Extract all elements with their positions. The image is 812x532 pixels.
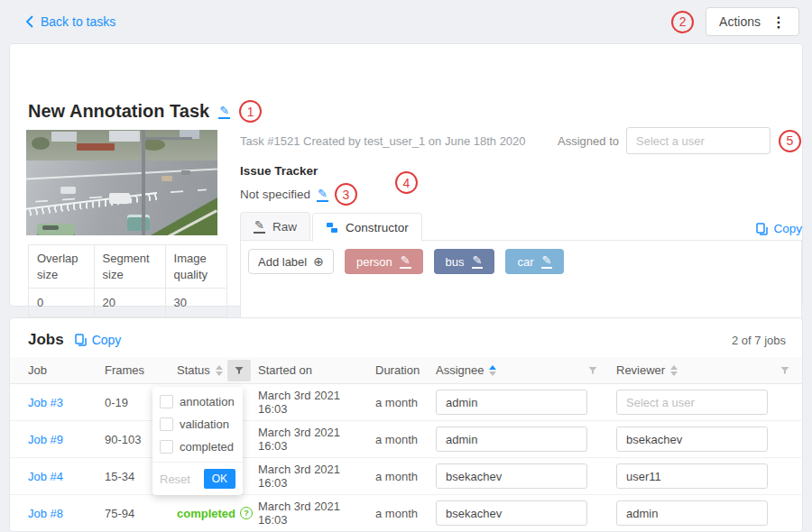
back-to-tasks-label: Back to tasks: [41, 14, 115, 29]
edit-label-icon[interactable]: ✎: [400, 254, 411, 269]
labels-copy-label: Copy: [773, 222, 802, 235]
edit-issue-tracker-icon[interactable]: ✎: [317, 188, 328, 202]
task-preview-image: [26, 130, 217, 235]
tab-constructor-label: Constructor: [346, 221, 409, 234]
col-duration: Duration: [371, 363, 431, 377]
duration-value: a month: [371, 507, 431, 520]
question-circle-icon[interactable]: ?: [240, 507, 253, 519]
job-row-9: Job #9 90-103 March 3rd 2021 16:03 a mon…: [10, 421, 803, 458]
preview-road: [26, 161, 217, 235]
job-link[interactable]: Job #3: [28, 396, 63, 409]
jobs-card: Jobs Copy 2 of 7 jobs Job Frames Status: [9, 317, 803, 532]
col-status-sort[interactable]: Status: [177, 363, 223, 377]
jobs-copy-label: Copy: [92, 333, 122, 347]
reviewer-select[interactable]: [616, 427, 768, 452]
callout-2: 2: [671, 11, 694, 33]
task-card: New Annotation Task ✎ 1 Overlap size: [9, 43, 803, 307]
plus-circle-icon: ⊕: [313, 255, 324, 268]
col-job: Job: [10, 363, 105, 377]
status-filter-icon[interactable]: [227, 360, 251, 381]
started-value: March 3rd 2021 16:03: [254, 426, 371, 453]
jobs-table: Job Frames Status Started on Duration As…: [10, 357, 803, 532]
col-assignee-sort[interactable]: Assignee: [436, 363, 496, 377]
label-chip-car[interactable]: car ✎: [505, 249, 564, 274]
label-chip-person[interactable]: person ✎: [345, 249, 423, 274]
started-value: March 3rd 2021 16:03: [254, 500, 371, 527]
pencil-icon: ✎: [254, 219, 265, 234]
assignee-filter-icon[interactable]: [581, 360, 604, 381]
filter-option-validation[interactable]: validation: [152, 413, 243, 436]
tab-constructor[interactable]: Constructor: [312, 213, 422, 242]
filter-reset-button[interactable]: Reset: [160, 472, 190, 486]
col-assignee-label: Assignee: [436, 363, 484, 377]
param-value-segment: 20: [94, 289, 165, 317]
callout-3: 3: [335, 183, 357, 206]
sort-carets-icon: [489, 365, 496, 376]
assigned-to-select[interactable]: [626, 127, 770, 154]
preview-background: [26, 130, 217, 161]
job-row-4: Job #4 15-34 March 3rd 2021 16:03 a mont…: [10, 458, 803, 495]
tab-raw[interactable]: ✎ Raw: [240, 212, 310, 241]
labels-copy-link[interactable]: Copy: [756, 222, 802, 235]
param-header-overlap: Overlap size: [29, 245, 95, 289]
param-header-segment: Segment size: [94, 245, 165, 289]
actions-label: Actions: [719, 14, 761, 29]
checkbox-icon[interactable]: [160, 417, 173, 431]
task-title: New Annotation Task: [28, 101, 209, 122]
edit-task-name-icon[interactable]: ✎: [218, 105, 230, 119]
chevron-left-icon: [25, 15, 33, 28]
job-link[interactable]: Job #9: [28, 433, 63, 446]
col-reviewer-label: Reviewer: [616, 363, 665, 377]
filter-option-label: completed: [180, 440, 234, 454]
callout-4: 4: [395, 171, 418, 194]
param-value-quality: 30: [165, 289, 226, 317]
jobs-table-header: Job Frames Status Started on Duration As…: [10, 357, 803, 384]
more-vertical-icon: ⋮: [771, 14, 786, 31]
jobs-copy-link[interactable]: Copy: [75, 333, 122, 347]
add-label-button[interactable]: Add label ⊕: [248, 249, 334, 274]
col-status-label: Status: [177, 363, 210, 377]
copy-icon: [756, 223, 768, 235]
callout-1: 1: [239, 100, 262, 123]
reviewer-select[interactable]: [616, 463, 768, 489]
jobs-count: 2 of 7 jobs: [732, 334, 786, 347]
task-parameters-table: Overlap size Segment size Image quality …: [28, 244, 227, 317]
job-link[interactable]: Job #4: [28, 470, 63, 483]
job-row-8: Job #8 75-94 completed ? March 3rd 2021 …: [10, 495, 803, 532]
col-reviewer-sort[interactable]: Reviewer: [616, 363, 678, 377]
edit-label-icon[interactable]: ✎: [472, 254, 484, 269]
duration-value: a month: [371, 396, 431, 409]
filter-ok-button[interactable]: OK: [204, 469, 235, 489]
assignee-select[interactable]: [436, 500, 587, 526]
issue-tracker-value: Not specified: [240, 188, 310, 201]
assignee-select[interactable]: [436, 463, 587, 489]
reviewer-select[interactable]: [616, 500, 768, 526]
assignee-select[interactable]: [436, 427, 587, 452]
checkbox-icon[interactable]: [160, 440, 173, 454]
label-name: bus: [446, 255, 465, 269]
job-link[interactable]: Job #8: [28, 507, 63, 520]
issue-tracker-label: Issue Tracker: [240, 164, 357, 178]
task-details-page: Back to tasks 2 Actions ⋮ New Annotation…: [0, 0, 812, 532]
task-meta-text: Task #1521 Created by test_user_1 on Jun…: [240, 134, 526, 148]
back-to-tasks-link[interactable]: Back to tasks: [25, 14, 115, 29]
label-name: car: [517, 255, 533, 269]
checkbox-icon[interactable]: [160, 395, 173, 408]
add-label-text: Add label: [258, 255, 307, 269]
actions-button[interactable]: Actions ⋮: [706, 7, 799, 36]
started-value: March 3rd 2021 16:03: [254, 389, 371, 416]
label-chip-bus[interactable]: bus ✎: [434, 249, 495, 274]
assignee-select[interactable]: [436, 390, 587, 415]
filter-option-annotation[interactable]: annotation: [152, 390, 243, 413]
filter-option-completed[interactable]: completed: [152, 436, 243, 458]
col-started: Started on: [254, 363, 371, 377]
job-row-3: Job #3 0-19 March 3rd 2021 16:03 a month: [10, 384, 803, 421]
started-value: March 3rd 2021 16:03: [254, 463, 371, 490]
reviewer-select[interactable]: [616, 390, 768, 415]
param-header-quality: Image quality: [165, 245, 226, 289]
edit-label-icon[interactable]: ✎: [541, 254, 553, 269]
reviewer-filter-icon[interactable]: [773, 360, 797, 381]
col-frames: Frames: [105, 363, 172, 377]
callout-5: 5: [779, 130, 801, 152]
duration-value: a month: [371, 433, 431, 446]
